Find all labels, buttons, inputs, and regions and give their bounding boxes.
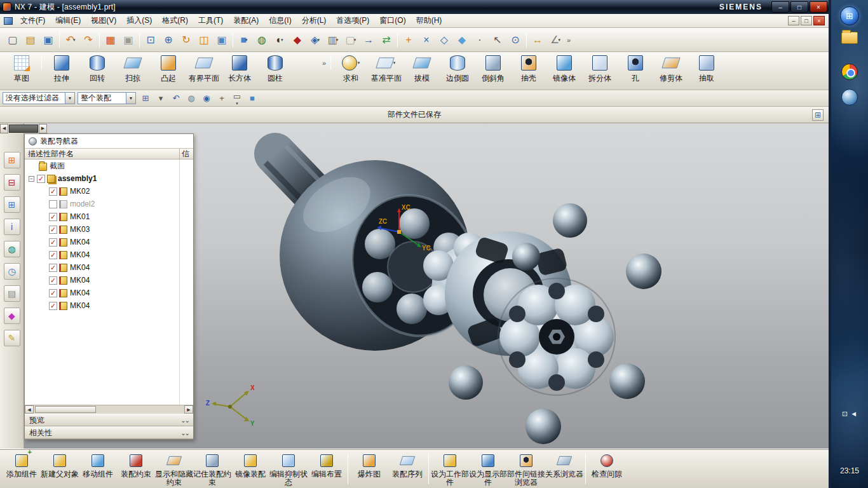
edge-blend-button[interactable]: 边倒圆 [440,54,475,88]
layout-window-button[interactable]: ◫ [195,31,213,49]
snap-point-toggle-button[interactable]: ⊞ [139,92,153,105]
make-work-part-button[interactable]: 设为工作部件 [431,451,469,487]
shaded-display-button[interactable]: ■▾ [235,31,253,49]
paste-button[interactable]: ▣ [119,31,137,49]
menu-view[interactable]: 视图(V) [86,13,121,28]
new-parent-button[interactable]: 新建父对象 [41,451,79,487]
chevron-down-icon[interactable]: ⌄⌄ [180,430,189,437]
measure-distance-button[interactable]: ↔ [529,31,546,49]
edit-suppression-button[interactable]: 编辑抑制状态 [269,451,308,487]
view-section-dropdown[interactable]: ▾ [336,37,339,43]
unite-button[interactable]: ▾求和 [333,54,369,88]
snap-endpoint-button[interactable]: × [417,31,435,49]
visualization-tab-icon[interactable]: ◆ [4,308,20,324]
remember-constraints-button[interactable]: 记住装配约束 [193,451,231,487]
menu-file[interactable]: 文件(F) [15,13,50,28]
standard-toolbar-overflow[interactable]: » [564,36,573,44]
menu-format[interactable]: 格式(R) [157,13,193,28]
interpart-link-browser-button[interactable]: 部件间链接浏览器 [507,451,545,487]
background-color-dropdown[interactable]: ▾ [354,37,356,43]
history-tab-icon[interactable]: ◷ [4,263,20,280]
boss-button[interactable]: 凸起 [151,54,186,88]
tree-checkbox[interactable]: ✓ [49,264,57,272]
snap-intersection-button[interactable]: ⊙ [506,31,524,49]
tree-row-mk04-5[interactable]: ✓MK04 [25,287,193,299]
mdi-child-icon[interactable] [4,17,13,25]
rectangle-select-dropdown[interactable]: ▾ [236,101,238,106]
tree-checkbox[interactable]: ✓ [49,276,57,285]
tree-row-sections[interactable]: 截面 [25,159,193,172]
snapshot-button[interactable]: ▣ [213,31,231,49]
zoom-button[interactable]: ⊕ [159,31,177,49]
shaded-cube-button[interactable]: ■ [245,92,259,105]
extrude-button[interactable]: 拉伸 [44,54,79,88]
selection-combo-button[interactable]: ▾ [154,92,168,105]
tree-checkbox[interactable]: ✓ [49,226,57,234]
rendering-style-dropdown[interactable]: ▾ [281,37,283,43]
shell-button[interactable]: 抽壳 [511,54,546,88]
mdi-close-button[interactable]: × [813,16,825,25]
selection-filter-dropdown[interactable]: 没有选择过滤器 ▼ [3,92,75,104]
split-body-button[interactable]: 拆分体 [582,54,618,88]
shaded-display-dropdown[interactable]: ▾ [245,37,248,43]
tree-row-mk03[interactable]: ✓MK03 [25,223,193,236]
tray-volume-icon[interactable]: ◄ [850,410,857,417]
chamfer-button[interactable]: 倒斜角 [475,54,511,88]
undo-button[interactable]: ↶▾ [62,31,79,49]
menu-assemblies[interactable]: 装配(A) [228,13,264,28]
menu-information[interactable]: 信息(I) [264,13,296,28]
tray-display-icon[interactable]: ⊡ [842,410,848,417]
tree-row-mk04-4[interactable]: ✓MK04 [25,274,193,287]
snap-midpoint-button[interactable]: ◇ [435,31,453,49]
general-selection-button[interactable]: + [215,92,229,105]
cylinder-button[interactable]: 圆柱 [257,54,293,88]
status-grid-icon[interactable]: ⊞ [812,109,824,121]
snap-point-button[interactable]: + [400,31,417,49]
window-close-button[interactable]: × [810,1,827,13]
bounded-plane-button[interactable]: 有界平面 [186,54,222,88]
explorer-taskbar-button[interactable] [840,32,859,47]
sweep-button[interactable]: 扫掠 [115,54,151,88]
exploded-views-button[interactable]: 爆炸图 [350,451,388,487]
constraint-navigator-tab-icon[interactable]: ⊟ [4,174,20,191]
csys-display-dropdown[interactable]: ▾ [317,37,320,43]
start-button[interactable]: ⊞ [840,6,859,25]
make-displayed-part-button[interactable]: 设为显示部件 [469,451,507,487]
extract-button[interactable]: 抽取 [689,54,724,88]
assembly-constraints-button[interactable]: 装配约束 [117,451,155,487]
menu-edit[interactable]: 编辑(E) [50,13,86,28]
tree-checkbox[interactable]: ✓ [49,302,57,310]
window-minimize-button[interactable]: – [771,1,789,13]
system-materials-tab-icon[interactable]: ▤ [4,285,20,302]
relations-browser-button[interactable]: 关系浏览器 [545,451,583,487]
web-browser-tab-icon[interactable]: ◍ [4,241,20,257]
menu-help[interactable]: 帮助(H) [411,13,447,28]
save-button[interactable]: ▣ [39,31,57,49]
orbit-selection-button[interactable]: ◉ [200,92,214,105]
view-section-button[interactable]: ▥▾ [324,31,342,49]
orient-view-button[interactable]: → [360,31,377,49]
unite-dropdown[interactable]: ▾ [358,60,360,65]
scroll-right-arrow[interactable]: ▶ [184,405,193,414]
chevron-down-icon[interactable]: ⌄⌄ [180,417,189,424]
tree-row-mk04-3[interactable]: ✓MK04 [25,261,193,274]
tree-checkbox[interactable]: ✓ [37,175,45,183]
snap-quadrant-button[interactable]: ◆ [453,31,471,49]
sketch-button[interactable]: 草图 [4,54,39,88]
mirror-body-button[interactable]: 镜像体 [546,54,582,88]
assembly-navigator-tab-icon[interactable]: ⊞ [4,152,20,168]
mirror-assembly-button[interactable]: 镜像装配 [231,451,269,487]
tree-row-mk04-6[interactable]: ✓MK04 [25,299,193,312]
part-navigator-tab-icon[interactable]: ⊞ [4,196,20,213]
tree-checkbox[interactable]: ✓ [49,289,57,297]
snap-center-button[interactable]: · [471,31,489,49]
chevron-down-icon[interactable]: ▼ [126,93,135,104]
tree-row-mk02[interactable]: ✓MK02 [25,185,193,198]
chevron-down-icon[interactable]: ▼ [65,93,74,104]
measure-angle-button[interactable]: ∠▾ [546,31,564,49]
draft-button[interactable]: 拔模 [404,54,440,88]
menu-tools[interactable]: 工具(T) [193,13,228,28]
tree-row-mk04-2[interactable]: ✓MK04 [25,248,193,261]
assembly-sequence-button[interactable]: 装配序列 [388,451,426,487]
redo-button[interactable]: ↷ [79,31,97,49]
